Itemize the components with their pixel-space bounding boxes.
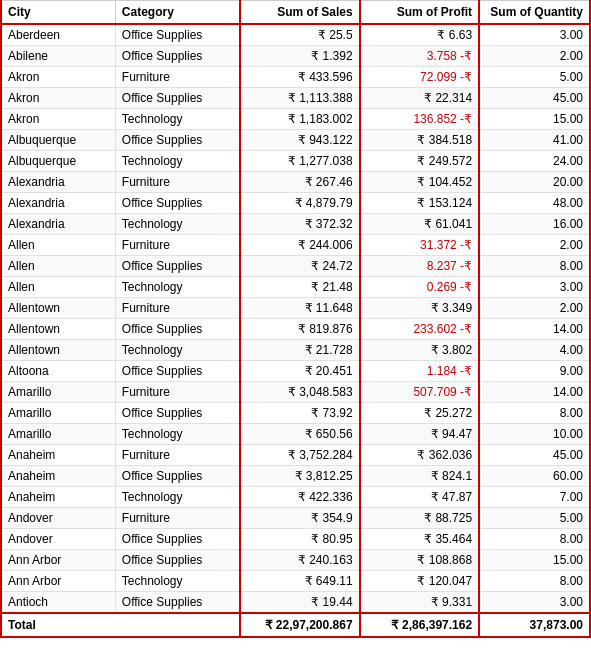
cell-city: Allen	[1, 277, 115, 298]
cell-qty: 3.00	[479, 24, 590, 46]
cell-sales: ₹ 650.56	[240, 424, 360, 445]
cell-city: Ann Arbor	[1, 571, 115, 592]
cell-qty: 15.00	[479, 550, 590, 571]
table-row: AkronOffice Supplies₹ 1,113.388₹ 22.3144…	[1, 88, 590, 109]
col-header-qty[interactable]: Sum of Quantity	[479, 1, 590, 25]
cell-category: Technology	[115, 571, 240, 592]
cell-category: Technology	[115, 277, 240, 298]
cell-sales: ₹ 819.876	[240, 319, 360, 340]
cell-sales: ₹ 3,812.25	[240, 466, 360, 487]
cell-city: Andover	[1, 508, 115, 529]
cell-sales: ₹ 20.451	[240, 361, 360, 382]
table-row: Ann ArborTechnology₹ 649.11₹ 120.0478.00	[1, 571, 590, 592]
cell-qty: 7.00	[479, 487, 590, 508]
cell-category: Office Supplies	[115, 88, 240, 109]
cell-qty: 60.00	[479, 466, 590, 487]
cell-city: Akron	[1, 67, 115, 88]
cell-category: Furniture	[115, 445, 240, 466]
cell-qty: 45.00	[479, 88, 590, 109]
cell-profit: ₹ 61.041	[360, 214, 480, 235]
cell-qty: 2.00	[479, 235, 590, 256]
cell-qty: 16.00	[479, 214, 590, 235]
table-row: AlbuquerqueOffice Supplies₹ 943.122₹ 384…	[1, 130, 590, 151]
table-row: AbileneOffice Supplies₹ 1.3923.758 -₹2.0…	[1, 46, 590, 67]
cell-sales: ₹ 240.163	[240, 550, 360, 571]
cell-category: Furniture	[115, 67, 240, 88]
cell-category: Furniture	[115, 172, 240, 193]
table-row: AmarilloFurniture₹ 3,048.583507.709 -₹14…	[1, 382, 590, 403]
cell-qty: 20.00	[479, 172, 590, 193]
cell-sales: ₹ 1,277.038	[240, 151, 360, 172]
table-row: AllentownTechnology₹ 21.728₹ 3.8024.00	[1, 340, 590, 361]
cell-city: Anaheim	[1, 466, 115, 487]
table-row: AlexandriaTechnology₹ 372.32₹ 61.04116.0…	[1, 214, 590, 235]
cell-sales: ₹ 24.72	[240, 256, 360, 277]
cell-profit: ₹ 9.331	[360, 592, 480, 614]
table-row: AlbuquerqueTechnology₹ 1,277.038₹ 249.57…	[1, 151, 590, 172]
cell-profit: ₹ 47.87	[360, 487, 480, 508]
cell-city: Ann Arbor	[1, 550, 115, 571]
cell-city: Andover	[1, 529, 115, 550]
table-row: AllenTechnology₹ 21.480.269 -₹3.00	[1, 277, 590, 298]
cell-qty: 41.00	[479, 130, 590, 151]
data-table: City Category Sum of Sales Sum of Profit…	[0, 0, 591, 638]
cell-sales: ₹ 267.46	[240, 172, 360, 193]
col-header-sales[interactable]: Sum of Sales	[240, 1, 360, 25]
cell-profit: ₹ 384.518	[360, 130, 480, 151]
cell-profit: ₹ 362.036	[360, 445, 480, 466]
cell-category: Office Supplies	[115, 466, 240, 487]
cell-profit: 72.099 -₹	[360, 67, 480, 88]
cell-category: Technology	[115, 487, 240, 508]
col-header-profit[interactable]: Sum of Profit	[360, 1, 480, 25]
cell-sales: ₹ 4,879.79	[240, 193, 360, 214]
footer-row: Total ₹ 22,97,200.867 ₹ 2,86,397.162 37,…	[1, 613, 590, 637]
footer-empty	[115, 613, 240, 637]
table-row: Ann ArborOffice Supplies₹ 240.163₹ 108.8…	[1, 550, 590, 571]
cell-profit: ₹ 22.314	[360, 88, 480, 109]
cell-profit: ₹ 25.272	[360, 403, 480, 424]
cell-sales: ₹ 25.5	[240, 24, 360, 46]
table-row: AlexandriaOffice Supplies₹ 4,879.79₹ 153…	[1, 193, 590, 214]
table-row: AllenOffice Supplies₹ 24.728.237 -₹8.00	[1, 256, 590, 277]
cell-sales: ₹ 354.9	[240, 508, 360, 529]
table-row: AmarilloTechnology₹ 650.56₹ 94.4710.00	[1, 424, 590, 445]
cell-qty: 5.00	[479, 67, 590, 88]
cell-sales: ₹ 73.92	[240, 403, 360, 424]
cell-sales: ₹ 3,752.284	[240, 445, 360, 466]
cell-category: Technology	[115, 214, 240, 235]
cell-profit: ₹ 120.047	[360, 571, 480, 592]
cell-qty: 2.00	[479, 46, 590, 67]
cell-city: Altoona	[1, 361, 115, 382]
table-row: AnaheimOffice Supplies₹ 3,812.25₹ 824.16…	[1, 466, 590, 487]
cell-profit: ₹ 35.464	[360, 529, 480, 550]
cell-category: Technology	[115, 109, 240, 130]
col-header-city[interactable]: City	[1, 1, 115, 25]
cell-qty: 24.00	[479, 151, 590, 172]
cell-sales: ₹ 422.336	[240, 487, 360, 508]
col-header-category[interactable]: Category	[115, 1, 240, 25]
cell-city: Anaheim	[1, 487, 115, 508]
footer-qty: 37,873.00	[479, 613, 590, 637]
cell-profit: ₹ 249.572	[360, 151, 480, 172]
cell-city: Alexandria	[1, 214, 115, 235]
cell-profit: 507.709 -₹	[360, 382, 480, 403]
cell-sales: ₹ 1.392	[240, 46, 360, 67]
cell-category: Office Supplies	[115, 529, 240, 550]
cell-category: Furniture	[115, 298, 240, 319]
footer-label: Total	[1, 613, 115, 637]
cell-profit: ₹ 3.802	[360, 340, 480, 361]
header-row: City Category Sum of Sales Sum of Profit…	[1, 1, 590, 25]
cell-city: Abilene	[1, 46, 115, 67]
table-row: AkronTechnology₹ 1,183.002136.852 -₹15.0…	[1, 109, 590, 130]
cell-profit: ₹ 6.63	[360, 24, 480, 46]
table-row: AllentownOffice Supplies₹ 819.876233.602…	[1, 319, 590, 340]
cell-city: Akron	[1, 88, 115, 109]
cell-sales: ₹ 372.32	[240, 214, 360, 235]
cell-city: Alexandria	[1, 172, 115, 193]
cell-profit: ₹ 824.1	[360, 466, 480, 487]
cell-profit: ₹ 108.868	[360, 550, 480, 571]
cell-qty: 2.00	[479, 298, 590, 319]
cell-category: Office Supplies	[115, 193, 240, 214]
cell-sales: ₹ 1,183.002	[240, 109, 360, 130]
cell-category: Office Supplies	[115, 130, 240, 151]
